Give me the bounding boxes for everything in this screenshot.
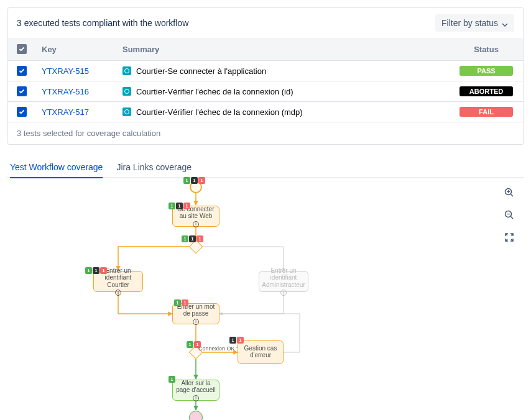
filter-label: Filter by status [441, 18, 498, 28]
issue-type-icon [122, 66, 131, 75]
workflow-end-node[interactable] [189, 411, 203, 420]
select-all-checkbox[interactable] [17, 44, 27, 54]
row-checkbox[interactable] [17, 107, 27, 117]
node-page-accueil[interactable]: Aller sur la page d'accueili [172, 380, 219, 401]
node-mot-de-passe[interactable]: Entrer un mot de passei [172, 303, 219, 324]
start-badges: 111 [183, 177, 205, 184]
row-checkbox[interactable] [17, 66, 27, 76]
status-badge: ABORTED [459, 86, 513, 96]
n4-badges: 11 [174, 299, 188, 306]
node-identifiant-admin[interactable]: Entrer un identifiant Administracteuri [259, 271, 308, 292]
issue-type-icon [122, 107, 131, 116]
issue-key-link[interactable]: YTXRAY-517 [42, 107, 89, 117]
issue-key-link[interactable]: YTXRAY-515 [42, 66, 89, 76]
row-checkbox[interactable] [17, 86, 27, 96]
n5-badges: 11 [229, 337, 244, 344]
summary-text: Courtier-Vérifier l'échec de la connexio… [136, 107, 303, 117]
n1-badges: 111 [169, 203, 190, 209]
info-icon: i [193, 395, 199, 401]
col-key: Key [42, 45, 122, 54]
issue-key-link[interactable]: YTXRAY-516 [42, 87, 89, 96]
status-badge: FAIL [459, 107, 513, 117]
coverage-tabs: Yest Workflow coverage Jira Links covera… [7, 157, 524, 178]
n2-badges: 111 [85, 267, 107, 274]
col-summary: Summary [122, 45, 458, 54]
decision-label: Connexion OK ? [198, 345, 239, 352]
d1-badges: 111 [182, 235, 203, 242]
workflow-canvas[interactable]: 111 Se connecter au site Webi 111 111 En… [7, 178, 524, 420]
panel-title: 3 executed tests compliant with the work… [17, 18, 188, 28]
summary-text: Courtier-Se connecter à l'application [136, 66, 266, 76]
summary-text: Courtier-Vérifier l'échec de la connexio… [136, 87, 293, 96]
filter-by-status-button[interactable]: Filter by status [435, 14, 514, 32]
node-gestion-erreur[interactable]: Gestion cas d'erreur [238, 340, 284, 364]
panel-header: 3 executed tests compliant with the work… [8, 8, 523, 38]
info-icon: i [193, 221, 199, 227]
table-row: YTXRAY-517 Courtier-Vérifier l'échec de … [8, 101, 523, 122]
tests-panel: 3 executed tests compliant with the work… [7, 7, 524, 145]
table-row: YTXRAY-515 Courtier-Se connecter à l'app… [8, 60, 523, 81]
issue-type-icon [122, 87, 131, 96]
table-footer: 3 tests selected for coverage calculatio… [8, 122, 523, 144]
table-row: YTXRAY-516 Courtier-Vérifier l'échec de … [8, 81, 523, 101]
col-status: Status [458, 45, 514, 54]
tab-jira-links[interactable]: Jira Links coverage [116, 157, 192, 178]
workflow-edges [7, 178, 524, 420]
info-icon: i [193, 319, 199, 325]
table-header: Key Summary Status [8, 38, 523, 60]
chevron-down-icon [502, 20, 508, 26]
n6-badges: 1 [169, 376, 175, 383]
status-badge: PASS [459, 66, 513, 76]
node-identifiant-courtier[interactable]: Entrer un identifiant Courtieri [93, 271, 143, 292]
tab-yest-workflow[interactable]: Yest Workflow coverage [10, 157, 103, 178]
